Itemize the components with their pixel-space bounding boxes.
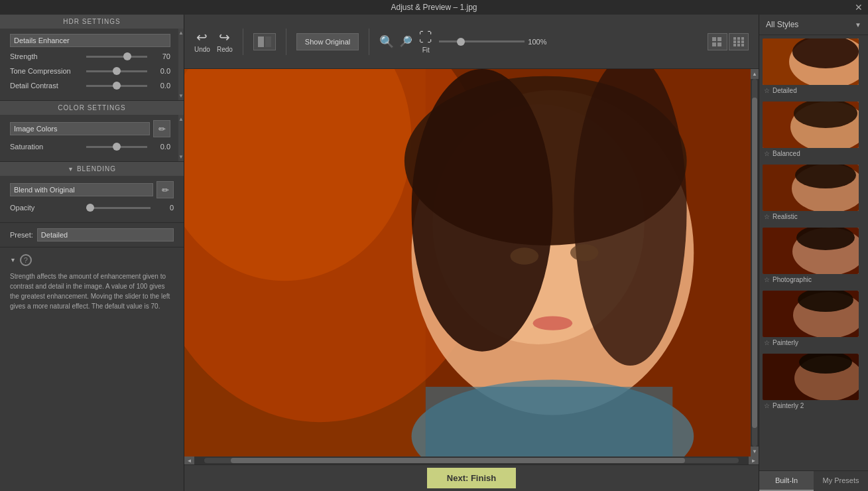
style-name-photographic: Photographic [773,276,812,283]
style-item-painterly2[interactable]: ☆ Painterly 2 [763,354,865,411]
style-item-photographic[interactable]: ☆ Photographic [763,228,865,285]
saturation-slider[interactable] [86,146,147,148]
preview-hthumb[interactable] [231,458,685,463]
tab-built-in[interactable]: Built-In [759,471,814,491]
svg-point-22 [412,69,553,352]
tab-my-presets[interactable]: My Presets [814,471,868,491]
saturation-label: Saturation [10,143,86,151]
undo-button[interactable]: ↩ Undo [194,31,210,53]
style-thumb-painterly [763,291,859,337]
center-area: ↩ Undo ↪ Redo Show Original [184,15,759,491]
tone-compression-label: Tone Compression [10,67,86,75]
color-mode-dropdown[interactable]: Image Colors Custom Colors [10,122,150,135]
star-icon-photographic[interactable]: ☆ [764,276,770,283]
svg-rect-10 [737,40,740,43]
svg-rect-1 [265,36,271,47]
svg-rect-6 [733,37,736,40]
fit-button[interactable]: ⛶ Fit [419,30,432,54]
show-original-button[interactable]: Show Original [296,33,359,50]
strength-slider-container [86,51,147,62]
svg-rect-13 [737,44,740,46]
color-picker-icon: ✏ [158,124,166,134]
blending-collapse-icon[interactable]: ▼ [68,166,74,173]
preview-scroll-up[interactable]: ▲ [751,69,759,79]
style-thumb-detailed [763,38,859,85]
hdr-section-body: Details Enhancer Tone Compressor Exposur… [0,29,184,100]
detail-contrast-slider[interactable] [86,85,147,87]
zoom-in-button[interactable]: 🔍 [379,35,394,49]
preview-vtrack [752,79,757,447]
hdr-preset-dropdown[interactable]: Details Enhancer Tone Compressor Exposur… [10,34,170,47]
style-thumb-svg-1 [763,38,859,85]
star-icon-detailed[interactable]: ☆ [764,87,770,94]
fit-label: Fit [422,46,430,54]
grid-view-buttons [708,33,749,50]
color-settings-section: COLOR SETTINGS Image Colors Custom Color… [0,101,184,162]
zoom-out-button[interactable]: 🔎 [399,35,412,48]
star-icon-realistic[interactable]: ☆ [764,213,770,220]
style-thumb-svg-4 [763,228,859,274]
star-icon-balanced[interactable]: ☆ [764,150,770,157]
preview-vthumb[interactable] [752,98,757,429]
tab-built-in-label: Built-In [775,476,798,484]
detail-contrast-slider-container [86,80,147,91]
style-name-realistic: Realistic [773,213,798,220]
close-button[interactable]: ✕ [855,2,863,13]
blending-section-header: ▼ BLENDING [0,162,184,176]
help-collapse-icon[interactable]: ▼ [10,257,16,263]
preset-dropdown[interactable]: Detailed Balanced Realistic Photographic… [37,228,174,242]
style-thumb-svg-5 [763,291,859,337]
svg-rect-7 [737,37,740,40]
redo-button[interactable]: ↪ Redo [217,31,233,53]
style-item-realistic[interactable]: ☆ Realistic [763,165,865,222]
color-scroll-down[interactable]: ▼ [178,154,184,160]
svg-rect-5 [717,42,721,46]
blend-picker-button[interactable]: ✏ [156,181,174,198]
split-view-icon-1 [258,36,271,47]
svg-rect-14 [741,44,744,46]
split-view-button-1[interactable] [253,33,276,50]
help-row: ▼ ? [10,254,174,266]
style-thumb-realistic [763,165,859,211]
tone-compression-slider[interactable] [86,70,147,72]
tone-compression-slider-container [86,66,147,76]
undo-icon: ↩ [196,31,208,44]
color-scroll-indicator: ▲ ▼ [178,115,184,161]
opacity-slider[interactable] [86,207,151,209]
titlebar: Adjust & Preview – 1.jpg ✕ [0,0,868,15]
preview-scroll-right[interactable]: ► [749,456,759,464]
style-thumb-svg-6 [763,354,859,400]
styles-dropdown-arrow[interactable]: ▼ [855,21,861,29]
show-original-label: Show Original [305,38,350,46]
next-finish-button[interactable]: Next: Finish [427,468,516,488]
style-item-detailed[interactable]: ☆ Detailed [763,38,865,96]
hdr-settings-section: HDR SETTINGS Details Enhancer Tone Compr… [0,15,184,101]
hdr-scroll-down[interactable]: ▼ [178,93,184,99]
right-panel: All Styles ▼ ☆ Detailed [759,15,868,491]
zoom-slider[interactable] [439,40,525,42]
star-icon-painterly2[interactable]: ☆ [764,402,770,409]
style-item-balanced[interactable]: ☆ Balanced [763,102,865,159]
preview-scroll-down[interactable]: ▼ [751,447,759,456]
style-item-painterly[interactable]: ☆ Painterly [763,291,865,348]
svg-rect-28 [426,387,673,464]
hdr-scroll-up[interactable]: ▲ [178,30,184,36]
grid-view-button-1[interactable] [708,33,727,50]
strength-slider[interactable] [86,56,147,58]
star-icon-painterly[interactable]: ☆ [764,339,770,346]
style-thumb-painterly2 [763,354,859,400]
help-icon: ? [20,254,32,266]
hdr-scroll-indicator: ▲ ▼ [178,29,184,100]
tab-my-presets-label: My Presets [822,476,859,484]
opacity-value: 0 [151,204,174,212]
preview-scroll-left[interactable]: ◄ [184,456,194,464]
title-text: Adjust & Preview – 1.jpg [391,3,477,12]
saturation-slider-container [86,141,147,152]
color-picker-button[interactable]: ✏ [153,120,170,137]
color-scroll-up[interactable]: ▲ [178,116,184,122]
style-thumb-svg-2 [763,102,859,148]
toolbar-separator-1 [243,29,243,55]
blend-mode-dropdown[interactable]: Blend with Original None [10,183,153,196]
grid-view-button-2[interactable] [729,33,749,50]
style-thumb-svg-3 [763,165,859,211]
